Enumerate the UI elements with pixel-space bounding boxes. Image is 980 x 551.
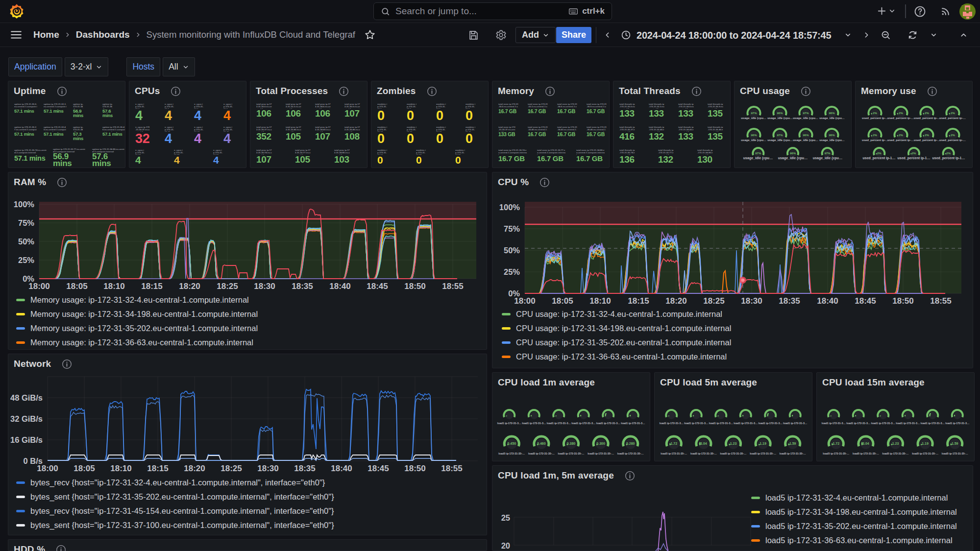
svg-text:20: 20: [501, 541, 510, 550]
svg-text:25: 25: [501, 513, 510, 522]
